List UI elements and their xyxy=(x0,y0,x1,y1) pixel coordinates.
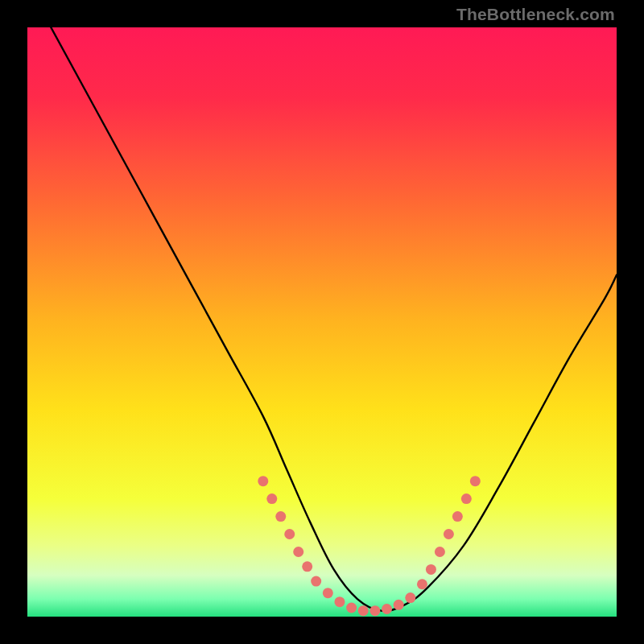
marker-dot xyxy=(435,547,445,557)
plot-area xyxy=(27,27,617,617)
marker-dot xyxy=(417,579,427,589)
marker-dot xyxy=(323,588,333,598)
curve-layer xyxy=(27,27,617,617)
chart-frame: TheBottleneck.com xyxy=(0,0,644,644)
marker-dot xyxy=(394,600,404,610)
marker-dot xyxy=(444,529,454,539)
marker-dot xyxy=(258,476,268,486)
marker-dot xyxy=(266,493,277,504)
marker-dot xyxy=(334,597,345,607)
marker-dot xyxy=(275,511,286,522)
marker-dot xyxy=(470,476,481,486)
marker-dot xyxy=(311,576,321,587)
marker-dot xyxy=(452,511,463,522)
marker-dot xyxy=(405,592,415,603)
marker-dot xyxy=(382,604,392,614)
watermark-text: TheBottleneck.com xyxy=(456,5,615,24)
marker-dot xyxy=(358,605,369,616)
highlight-dots xyxy=(258,476,481,616)
marker-dot xyxy=(461,493,472,504)
marker-dot xyxy=(426,564,436,575)
marker-dot xyxy=(369,605,380,616)
marker-dot xyxy=(346,603,357,613)
bottleneck-curve xyxy=(51,27,617,611)
marker-dot xyxy=(293,547,303,557)
marker-dot xyxy=(302,561,312,572)
marker-dot xyxy=(284,529,295,539)
